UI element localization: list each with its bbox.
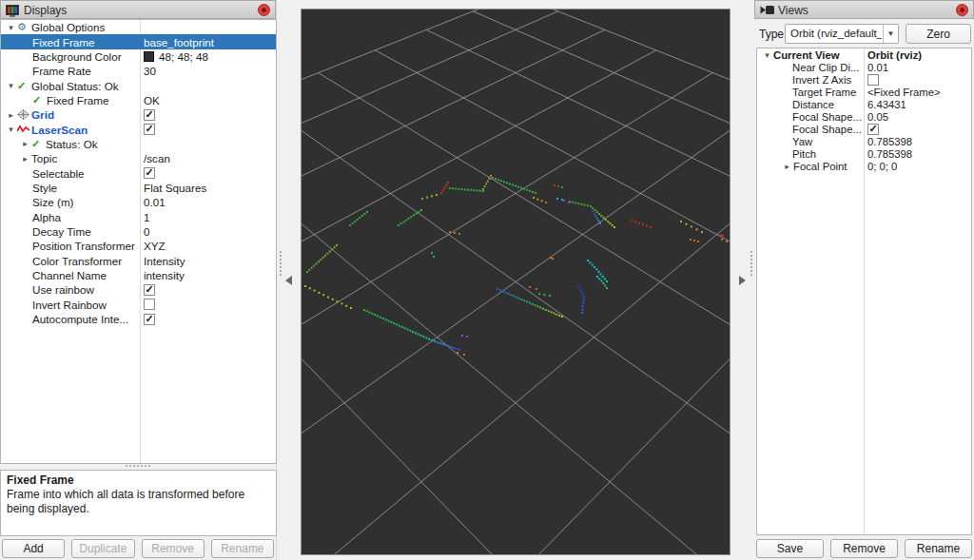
tree-row[interactable]: Focal Shape...✓ xyxy=(757,124,971,136)
tree-row[interactable]: ▸✓Status: Ok xyxy=(1,137,276,151)
zero-button[interactable]: Zero xyxy=(906,24,971,44)
tree-row[interactable]: Target Frame<Fixed Frame> xyxy=(757,86,971,98)
property-value[interactable]: 1 xyxy=(144,211,150,223)
tree-row[interactable]: ▾Current ViewOrbit (rviz) xyxy=(757,48,971,61)
right-splitter[interactable] xyxy=(730,0,754,560)
checkbox-checked[interactable]: ✓ xyxy=(867,124,879,135)
tree-row[interactable]: Frame Rate30 xyxy=(1,64,276,78)
property-value[interactable]: 0.785398 xyxy=(867,136,912,147)
add-button[interactable]: Add xyxy=(2,539,65,558)
property-value[interactable]: 0 xyxy=(144,225,150,238)
checkbox-checked[interactable]: ✓ xyxy=(144,284,155,296)
collapse-right-panel-arrow[interactable] xyxy=(739,276,746,285)
tree-row[interactable]: Focal Shape...0.05 xyxy=(757,110,971,123)
displays-panel: Displays ▾⚙Global OptionsFixed Framebase… xyxy=(0,0,277,560)
property-value[interactable]: 6.43431 xyxy=(867,99,906,110)
tree-row[interactable]: StyleFlat Squares xyxy=(1,181,276,195)
property-label: Invert Rainbow xyxy=(32,299,107,311)
property-value[interactable]: 0.785398 xyxy=(867,148,912,160)
displays-panel-title: Displays xyxy=(24,4,67,17)
tree-row[interactable]: Decay Time0 xyxy=(1,224,276,239)
property-value[interactable]: 30 xyxy=(144,65,156,77)
views-titlebar[interactable]: Views xyxy=(754,0,974,19)
property-label: Global Options xyxy=(31,21,105,33)
checkbox-checked[interactable]: ✓ xyxy=(144,167,155,179)
tree-row[interactable]: Invert Rainbow xyxy=(1,298,276,312)
render-viewport[interactable] xyxy=(301,9,730,555)
duplicate-button[interactable]: Duplicate xyxy=(71,539,134,558)
property-value[interactable]: intensity xyxy=(144,269,185,281)
displays-close-button[interactable] xyxy=(258,4,270,16)
displays-splitter-handle[interactable] xyxy=(126,465,150,467)
rename-display-button[interactable]: Rename xyxy=(211,539,274,558)
expand-arrow-icon[interactable]: ▾ xyxy=(5,81,17,90)
tree-row[interactable]: ▸Focal Point0; 0; 0 xyxy=(757,161,971,173)
collapse-arrow-icon[interactable]: ▸ xyxy=(5,110,17,120)
tree-row[interactable]: Use rainbow✓ xyxy=(1,282,276,297)
3d-view-canvas[interactable] xyxy=(302,10,730,554)
property-value[interactable]: 48; 48; 48 xyxy=(159,50,208,63)
tree-row[interactable]: Selectable✓ xyxy=(1,165,276,180)
left-splitter[interactable] xyxy=(277,0,301,560)
tree-row[interactable]: Pitch0.785398 xyxy=(757,148,971,161)
left-splitter-grip[interactable] xyxy=(280,251,282,276)
property-value[interactable]: 0.01 xyxy=(867,62,888,73)
property-label: Selectable xyxy=(32,167,85,180)
property-value[interactable]: OK xyxy=(144,94,160,106)
tree-row[interactable]: Channel Nameintensity xyxy=(1,268,276,282)
expand-arrow-icon[interactable]: ▾ xyxy=(5,125,17,134)
checkbox-unchecked[interactable] xyxy=(144,299,155,310)
expand-arrow-icon[interactable]: ▾ xyxy=(761,50,773,60)
tree-row[interactable]: Invert Z Axis xyxy=(757,73,971,86)
property-value[interactable]: Intensity xyxy=(144,255,185,267)
collapse-left-panel-arrow[interactable] xyxy=(285,276,292,285)
views-close-button[interactable] xyxy=(956,4,968,16)
tree-row[interactable]: Distance6.43431 xyxy=(757,98,971,110)
property-value[interactable]: XYZ xyxy=(144,240,166,252)
tree-row[interactable]: ▸Topic/scan xyxy=(1,151,276,165)
displays-titlebar[interactable]: Displays xyxy=(0,0,276,19)
property-value[interactable]: <Fixed Frame> xyxy=(867,87,941,98)
property-value[interactable]: 0; 0; 0 xyxy=(867,161,897,172)
remove-display-button[interactable]: Remove xyxy=(142,539,205,558)
color-swatch[interactable] xyxy=(144,51,154,62)
displays-monitor-icon xyxy=(6,5,19,20)
property-label: Channel Name xyxy=(32,269,107,281)
tree-row[interactable]: ▸Grid✓ xyxy=(1,107,276,122)
right-splitter-grip[interactable] xyxy=(750,251,752,276)
property-value[interactable]: Flat Squares xyxy=(144,182,206,194)
property-value[interactable]: Orbit (rviz) xyxy=(867,49,922,61)
tree-row[interactable]: ▾LaserScan✓ xyxy=(1,122,276,136)
tree-row[interactable]: Color TransformerIntensity xyxy=(1,254,276,268)
tree-row[interactable]: ▾⚙Global Options xyxy=(1,20,276,34)
tree-row[interactable]: ✓Fixed FrameOK xyxy=(1,93,276,107)
tree-row[interactable]: Background Color48; 48; 48 xyxy=(1,49,276,64)
view-type-combobox[interactable]: Orbit (rviz_default_ ▼ xyxy=(785,24,899,44)
tree-row[interactable]: Autocompute Inte...✓ xyxy=(1,312,276,326)
tree-row[interactable]: Near Clip Di...0.01 xyxy=(757,61,971,73)
property-value[interactable]: base_footprint xyxy=(144,36,214,48)
tree-row[interactable]: Yaw0.785398 xyxy=(757,136,971,148)
views-tree: ▾Current ViewOrbit (rviz)Near Clip Di...… xyxy=(756,48,972,535)
property-label: Alpha xyxy=(32,211,61,223)
property-value[interactable]: 0.01 xyxy=(144,196,166,208)
checkbox-unchecked[interactable] xyxy=(867,74,879,86)
checkbox-checked[interactable]: ✓ xyxy=(144,124,155,135)
property-value[interactable]: 0.05 xyxy=(867,111,888,123)
collapse-arrow-icon[interactable]: ▸ xyxy=(781,162,793,171)
property-value[interactable]: /scan xyxy=(144,152,170,164)
tree-row[interactable]: Position TransformerXYZ xyxy=(1,239,276,253)
checkbox-checked[interactable]: ✓ xyxy=(144,314,155,325)
tree-row[interactable]: Alpha1 xyxy=(1,209,276,223)
checkbox-checked[interactable]: ✓ xyxy=(144,109,155,121)
tree-row[interactable]: Fixed Framebase_footprint xyxy=(1,34,276,48)
collapse-arrow-icon[interactable]: ▸ xyxy=(19,154,31,164)
property-label: Size (m) xyxy=(32,196,74,208)
rename-view-button[interactable]: Rename xyxy=(905,539,972,558)
remove-view-button[interactable]: Remove xyxy=(830,539,898,558)
collapse-arrow-icon[interactable]: ▸ xyxy=(19,139,31,148)
tree-row[interactable]: ▾✓Global Status: Ok xyxy=(1,78,276,92)
expand-arrow-icon[interactable]: ▾ xyxy=(5,23,17,32)
save-view-button[interactable]: Save xyxy=(756,539,824,558)
tree-row[interactable]: Size (m)0.01 xyxy=(1,195,276,209)
